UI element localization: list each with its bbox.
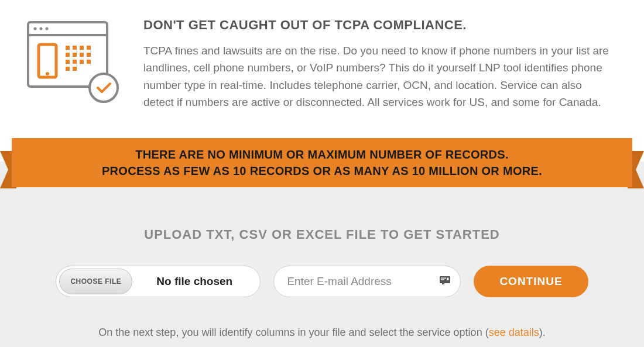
contact-card-icon [440, 276, 450, 287]
choose-file-button[interactable]: CHOOSE FILE [59, 269, 132, 294]
see-details-link[interactable]: see datails [489, 327, 539, 338]
ribbon-line-1: THERE ARE NO MINIMUM OR MAXIMUM NUMBER O… [29, 146, 615, 163]
svg-point-3 [40, 28, 43, 30]
svg-rect-23 [441, 277, 446, 279]
svg-rect-25 [447, 277, 449, 280]
upload-controls-row: CHOOSE FILE No file chosen CONTINUE [35, 266, 609, 297]
svg-rect-11 [66, 53, 70, 57]
hero-paragraph: TCPA fines and lawsuits are on the rise.… [143, 42, 615, 111]
svg-rect-8 [73, 46, 77, 50]
svg-rect-19 [66, 67, 70, 71]
svg-point-21 [90, 74, 118, 102]
svg-rect-17 [80, 60, 84, 64]
svg-point-6 [46, 72, 49, 75]
ribbon-line-2: PROCESS AS FEW AS 10 RECORDS OR AS MANY … [29, 163, 615, 179]
svg-rect-14 [87, 53, 91, 57]
svg-point-2 [34, 28, 37, 30]
hint-suffix: ). [539, 327, 546, 338]
svg-rect-18 [87, 60, 91, 64]
hint-prefix: On the next step, you will identify colu… [98, 327, 488, 338]
file-status-text: No file chosen [135, 275, 260, 288]
compliance-illustration [23, 18, 120, 111]
ribbon-banner: THERE ARE NO MINIMUM OR MAXIMUM NUMBER O… [12, 138, 632, 187]
svg-rect-15 [66, 60, 70, 64]
svg-rect-10 [87, 46, 91, 50]
svg-rect-20 [73, 67, 77, 71]
svg-rect-16 [73, 60, 77, 64]
svg-point-4 [46, 28, 49, 30]
hero-title: DON'T GET CAUGHT OUT OF TCPA COMPLIANCE. [143, 18, 615, 33]
svg-rect-7 [66, 46, 70, 50]
email-field[interactable] [273, 266, 461, 297]
svg-rect-12 [73, 53, 77, 57]
svg-rect-13 [80, 53, 84, 57]
svg-rect-26 [442, 283, 444, 284]
upload-hint: On the next step, you will identify colu… [35, 327, 609, 339]
continue-button[interactable]: CONTINUE [474, 266, 588, 297]
file-picker[interactable]: CHOOSE FILE No file chosen [56, 266, 261, 297]
svg-rect-24 [441, 279, 444, 280]
svg-rect-9 [80, 46, 84, 50]
upload-title: UPLOAD TXT, CSV OR EXCEL FILE TO GET STA… [35, 227, 609, 242]
